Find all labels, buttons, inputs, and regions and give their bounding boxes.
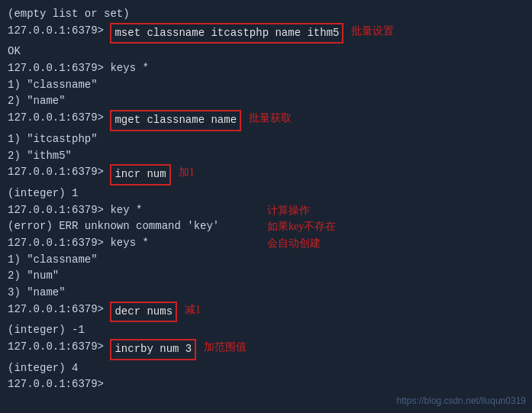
text-name2: 3) "name": [8, 285, 66, 302]
text-int1: (integer) 1: [8, 186, 78, 202]
line-name2: 3) "name": [8, 285, 524, 302]
text-itcastphp: 1) "itcastphp": [8, 131, 98, 148]
cmd-mset: mset classname itcastphp name ithm5: [110, 23, 343, 44]
line-keys1: 127.0.0.1:6379> keys *: [8, 60, 524, 77]
cmd-incrby: incrby num 3: [110, 339, 196, 360]
prompt-mget: 127.0.0.1:6379>: [8, 110, 110, 127]
prompt-keys2: 127.0.0.1:6379>: [8, 235, 110, 252]
line-classname1: 1) "classname": [8, 77, 524, 94]
line-key-err: 127.0.0.1:6379> key * 计算操作 如果key不存在 会自动创…: [8, 202, 524, 219]
prompt-mset: 127.0.0.1:6379>: [8, 23, 110, 40]
watermark: https://blog.csdn.net/liuqun0319: [397, 394, 526, 408]
prompt-incr: 127.0.0.1:6379>: [8, 164, 110, 181]
line-int4: (integer) 4: [8, 360, 524, 377]
text-keys2: keys *: [110, 235, 148, 252]
line-final-prompt: 127.0.0.1:6379>: [8, 376, 524, 393]
line-classname2: 1) "classname": [8, 252, 524, 269]
prompt-keys1: 127.0.0.1:6379>: [8, 60, 110, 77]
line-int-neg1: (integer) -1: [8, 322, 524, 339]
line-num2: 2) "num": [8, 268, 524, 285]
text-error-msg: (error) ERR unknown command 'key': [8, 218, 219, 235]
text-classname2: 1) "classname": [8, 252, 98, 269]
text-keys1: keys *: [110, 60, 148, 77]
line-0: (empty list or set): [8, 6, 524, 23]
line-mget: 127.0.0.1:6379> mget classname name 批量获取: [8, 110, 524, 131]
text-ok: OK: [8, 44, 21, 60]
line-ok: OK: [8, 44, 524, 60]
prompt-decr: 127.0.0.1:6379>: [8, 302, 110, 318]
prompt-incrby: 127.0.0.1:6379>: [8, 339, 110, 356]
line-name1: 2) "name": [8, 93, 524, 110]
text-name1: 2) "name": [8, 93, 66, 110]
terminal: (empty list or set) 127.0.0.1:6379> mset…: [0, 0, 532, 413]
text-num2: 2) "num": [8, 268, 59, 285]
line-incrby: 127.0.0.1:6379> incrby num 3 加范围值: [8, 339, 524, 360]
line-ithm5: 2) "ithm5": [8, 148, 524, 165]
text-key-cmd: key *: [110, 202, 142, 219]
annotation-mset: 批量设置: [351, 23, 394, 40]
text-ithm5: 2) "ithm5": [8, 148, 72, 165]
text-int-neg1: (integer) -1: [8, 322, 85, 339]
line-keys2: 127.0.0.1:6379> keys *: [8, 235, 524, 252]
annotation-incr: 加1: [179, 164, 195, 181]
annotation-calc-line1: 计算操作: [267, 202, 336, 219]
annotation-decr: 减1: [185, 302, 201, 318]
annotation-incrby: 加范围值: [204, 339, 247, 356]
text-int4: (integer) 4: [8, 360, 78, 377]
cmd-decr: decr nums: [110, 302, 177, 323]
line-itcastphp: 1) "itcastphp": [8, 131, 524, 148]
text-classname1: 1) "classname": [8, 77, 98, 94]
line-error-msg: (error) ERR unknown command 'key': [8, 218, 524, 235]
annotation-mget: 批量获取: [249, 110, 292, 127]
cmd-mget: mget classname name: [110, 110, 241, 131]
line-decr: 127.0.0.1:6379> decr nums 减1: [8, 302, 524, 323]
line-incr: 127.0.0.1:6379> incr num 加1: [8, 164, 524, 186]
line-mset: 127.0.0.1:6379> mset classname itcastphp…: [8, 23, 524, 44]
prompt-key-err: 127.0.0.1:6379>: [8, 202, 110, 219]
cmd-incr: incr num: [110, 164, 170, 186]
line-int1: (integer) 1: [8, 186, 524, 202]
prompt-final: 127.0.0.1:6379>: [8, 376, 110, 393]
text-empty-list: (empty list or set): [8, 6, 130, 23]
